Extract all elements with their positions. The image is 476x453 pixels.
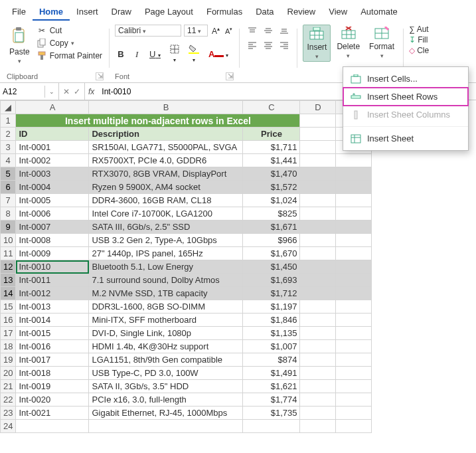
fill-color-button[interactable]: ▾ bbox=[186, 43, 202, 65]
insert-sheet-menuitem[interactable]: Insert Sheet bbox=[343, 130, 468, 147]
row-header[interactable]: 19 bbox=[1, 353, 16, 367]
cell[interactable] bbox=[300, 393, 336, 407]
font-name-select[interactable]: Calibri bbox=[115, 25, 181, 37]
menu-page-layout[interactable]: Page Layout bbox=[138, 4, 200, 21]
cell-id[interactable]: Int-0020 bbox=[16, 393, 89, 407]
cell-price[interactable]: $1,693 bbox=[243, 274, 300, 287]
autosum-button[interactable]: ∑Aut bbox=[409, 25, 429, 34]
cell-desc[interactable]: Intel Core i7-10700K, LGA1200 bbox=[89, 207, 243, 221]
decrease-font-button[interactable]: A▾ bbox=[224, 27, 234, 35]
cell-desc[interactable]: USB 3.2 Gen 2, Type-A, 10Gbps bbox=[89, 234, 243, 247]
cell-price[interactable]: $1,670 bbox=[243, 247, 300, 260]
cell[interactable] bbox=[300, 207, 336, 221]
cell-desc[interactable]: Bluetooth 5.1, Low Energy bbox=[89, 260, 243, 274]
col-header-B[interactable]: B bbox=[89, 101, 243, 114]
row-header[interactable]: 23 bbox=[1, 407, 16, 420]
cell-id[interactable]: Int-0006 bbox=[16, 207, 89, 221]
cell-price[interactable]: $1,135 bbox=[243, 327, 300, 340]
cell[interactable] bbox=[336, 314, 372, 327]
cell-desc[interactable]: RTX3070, 8GB VRAM, DisplayPort bbox=[89, 167, 243, 181]
cell[interactable] bbox=[336, 367, 372, 380]
row-header[interactable]: 5 bbox=[1, 167, 16, 181]
row-header[interactable]: 8 bbox=[1, 207, 16, 221]
cell[interactable] bbox=[300, 234, 336, 247]
cell[interactable] bbox=[336, 260, 372, 274]
delete-cells-button[interactable]: Delete ▾ bbox=[333, 25, 363, 60]
cell-id[interactable]: Int-0013 bbox=[16, 300, 89, 314]
cell-id[interactable]: Int-0003 bbox=[16, 167, 89, 181]
cell-price[interactable]: $1,774 bbox=[243, 393, 300, 407]
cell-id[interactable]: Int-0014 bbox=[16, 314, 89, 327]
cell-price[interactable]: $1,621 bbox=[243, 380, 300, 393]
cell[interactable] bbox=[300, 367, 336, 380]
cell[interactable] bbox=[336, 167, 372, 181]
cell-desc[interactable]: DDR3L-1600, 8GB SO-DIMM bbox=[89, 300, 243, 314]
font-size-select[interactable]: 11 bbox=[184, 25, 208, 37]
cell-price[interactable]: $825 bbox=[243, 207, 300, 221]
col-header-C[interactable]: C bbox=[243, 101, 300, 114]
cell-id[interactable]: Int-0002 bbox=[16, 154, 89, 167]
cell[interactable] bbox=[336, 300, 372, 314]
cell-id[interactable]: Int-0015 bbox=[16, 327, 89, 340]
insert-sheet-rows-menuitem[interactable]: Insert Sheet Rows bbox=[343, 88, 468, 106]
cell-id[interactable]: Int-0012 bbox=[16, 287, 89, 300]
cell-id[interactable]: Int-0018 bbox=[16, 367, 89, 380]
copy-button[interactable]: Copy ▾ bbox=[35, 37, 104, 49]
cell-desc[interactable]: Gigabit Ethernet, RJ-45, 1000Mbps bbox=[89, 407, 243, 420]
cell[interactable] bbox=[336, 380, 372, 393]
cell-id[interactable]: Int-0010 bbox=[16, 260, 89, 274]
cell[interactable] bbox=[336, 181, 372, 194]
cell[interactable] bbox=[336, 221, 372, 234]
cell[interactable] bbox=[300, 141, 336, 154]
row-header[interactable]: 7 bbox=[1, 194, 16, 207]
name-box[interactable] bbox=[0, 86, 45, 98]
cell[interactable] bbox=[300, 314, 336, 327]
row-header[interactable]: 6 bbox=[1, 181, 16, 194]
row-header[interactable]: 16 bbox=[1, 314, 16, 327]
row-header[interactable]: 1 bbox=[1, 114, 16, 128]
font-color-button[interactable]: A ▾ bbox=[206, 48, 231, 60]
cell[interactable] bbox=[300, 420, 336, 433]
menu-file[interactable]: File bbox=[5, 4, 33, 21]
format-painter-button[interactable]: Format Painter bbox=[35, 50, 104, 62]
insert-cells-button[interactable]: Insert ▾ bbox=[303, 25, 331, 62]
cell-price[interactable]: $1,735 bbox=[243, 407, 300, 420]
row-header[interactable]: 20 bbox=[1, 367, 16, 380]
row-header[interactable]: 13 bbox=[1, 274, 16, 287]
cell-desc[interactable]: SR150AI, LGA771, S5000PAL, SVGA bbox=[89, 141, 243, 154]
row-header[interactable]: 12 bbox=[1, 260, 16, 274]
menu-insert[interactable]: Insert bbox=[70, 4, 105, 21]
cell-price[interactable]: $966 bbox=[243, 234, 300, 247]
cell-price[interactable]: $1,450 bbox=[243, 260, 300, 274]
cell-desc[interactable]: Ryzen 9 5900X, AM4 socket bbox=[89, 181, 243, 194]
row-header[interactable]: 21 bbox=[1, 380, 16, 393]
menu-draw[interactable]: Draw bbox=[105, 4, 138, 21]
cell[interactable] bbox=[300, 221, 336, 234]
enter-formula-button[interactable]: ✓ bbox=[74, 87, 80, 96]
menu-home[interactable]: Home bbox=[33, 4, 70, 21]
cell[interactable] bbox=[300, 353, 336, 367]
row-header[interactable]: 15 bbox=[1, 300, 16, 314]
borders-button[interactable]: ▾ bbox=[167, 43, 182, 65]
cancel-formula-button[interactable]: ✕ bbox=[63, 87, 70, 96]
cell[interactable] bbox=[336, 407, 372, 420]
cell-price[interactable]: $1,712 bbox=[243, 287, 300, 300]
row-header[interactable]: 9 bbox=[1, 221, 16, 234]
cell-price[interactable]: $1,197 bbox=[243, 300, 300, 314]
cell[interactable] bbox=[336, 327, 372, 340]
cell-id[interactable]: Int-0007 bbox=[16, 221, 89, 234]
row-header[interactable]: 4 bbox=[1, 154, 16, 167]
header-desc[interactable]: Description bbox=[89, 128, 243, 141]
col-header-D[interactable]: D bbox=[300, 101, 336, 114]
align-middle-button[interactable] bbox=[261, 25, 276, 37]
clipboard-launcher[interactable]: ⇲ bbox=[96, 72, 104, 80]
cell[interactable] bbox=[300, 380, 336, 393]
cell-price[interactable]: $1,711 bbox=[243, 141, 300, 154]
cell[interactable] bbox=[336, 420, 372, 433]
align-right-button[interactable] bbox=[277, 39, 291, 51]
sheet-title[interactable]: Insert multiple non-adjacent rows in Exc… bbox=[16, 114, 300, 128]
underline-button[interactable]: U ▾ bbox=[147, 48, 163, 60]
row-header[interactable]: 14 bbox=[1, 287, 16, 300]
name-box-dropdown[interactable]: ⌄ bbox=[45, 83, 59, 100]
italic-button[interactable]: I bbox=[131, 48, 143, 61]
